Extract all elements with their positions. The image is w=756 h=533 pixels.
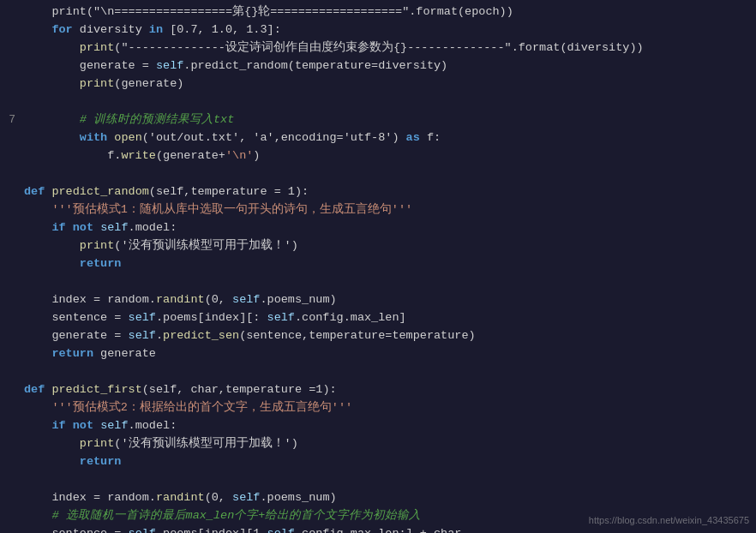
token: .config.max_len:] + char bbox=[295, 527, 461, 533]
token: .model: bbox=[129, 221, 177, 234]
token: ("--------------设定诗词创作自由度约束参数为{}--------… bbox=[114, 41, 643, 54]
line-content: return bbox=[24, 453, 749, 471]
token: return bbox=[80, 455, 122, 468]
code-line: print('没有预训练模型可用于加载！') bbox=[0, 435, 756, 453]
token bbox=[24, 221, 51, 234]
token: if bbox=[51, 419, 65, 432]
token bbox=[66, 221, 73, 234]
line-content: def predict_first(self, char,temperature… bbox=[24, 381, 749, 399]
token bbox=[93, 419, 100, 432]
token: (generate) bbox=[114, 77, 183, 90]
code-line: '''预估模式2：根据给出的首个文字，生成五言绝句''' bbox=[0, 399, 756, 417]
code-line: generate = self.predict_sen(sentence,tem… bbox=[0, 327, 756, 345]
token bbox=[24, 239, 80, 252]
token: .predict_random(temperature=diversity) bbox=[183, 59, 447, 72]
code-line bbox=[0, 471, 756, 489]
token: print bbox=[80, 41, 115, 54]
token: (self,temperature = 1): bbox=[149, 185, 309, 198]
line-content: index = random.randint(0, self.poems_num… bbox=[24, 291, 749, 309]
line-number: 7 bbox=[0, 111, 24, 129]
token: open bbox=[114, 131, 141, 144]
line-content: print('没有预训练模型可用于加载！') bbox=[24, 435, 749, 453]
token: randint bbox=[156, 491, 205, 504]
code-line: if not self.model: bbox=[0, 417, 756, 435]
token: print bbox=[80, 437, 115, 450]
code-line: index = random.randint(0, self.poems_num… bbox=[0, 489, 756, 507]
token: if bbox=[51, 221, 65, 234]
code-line: sentence = self.poems[index][1-self.conf… bbox=[0, 525, 756, 533]
token bbox=[24, 77, 80, 90]
token: .poems_num) bbox=[260, 491, 336, 504]
token: f: bbox=[420, 131, 441, 144]
line-content: # 训练时的预测结果写入txt bbox=[24, 111, 749, 129]
token: self bbox=[100, 221, 128, 234]
line-content: '''预估模式2：根据给出的首个文字，生成五言绝句''' bbox=[24, 399, 749, 417]
token: # 训练时的预测结果写入 bbox=[24, 113, 213, 126]
token bbox=[24, 419, 51, 432]
token bbox=[93, 221, 100, 234]
token: (generate+ bbox=[156, 149, 225, 162]
token: '''预估模式2：根据给出的首个文字，生成五言绝句''' bbox=[24, 401, 352, 414]
token: self bbox=[129, 527, 156, 533]
code-line: index = random.randint(0, self.poems_num… bbox=[0, 291, 756, 309]
token bbox=[24, 41, 80, 54]
token: .poems[index][: bbox=[156, 311, 267, 324]
token: return bbox=[80, 257, 122, 270]
line-content: return generate bbox=[24, 345, 749, 363]
token: def bbox=[24, 383, 45, 396]
line-content: for diversity in [0.7, 1.0, 1.3]: bbox=[24, 21, 749, 39]
token: sentence = bbox=[24, 527, 129, 533]
line-content: print("\n=================第{}轮==========… bbox=[24, 3, 749, 21]
token: write bbox=[121, 149, 156, 162]
code-line: sentence = self.poems[index][: self.conf… bbox=[0, 309, 756, 327]
code-line: return generate bbox=[0, 345, 756, 363]
token: (sentence,temperature=temperature) bbox=[239, 329, 475, 342]
line-content: def predict_random(self,temperature = 1)… bbox=[24, 183, 749, 201]
code-line bbox=[0, 363, 756, 381]
token: index = random. bbox=[24, 293, 156, 306]
code-line: print(generate) bbox=[0, 75, 756, 93]
token: # 选取随机一首诗的最后max_len个字+给出的首个文字作为初始输入 bbox=[24, 509, 421, 522]
token: generate bbox=[93, 347, 156, 360]
token: ) bbox=[253, 149, 260, 162]
code-line: def predict_random(self,temperature = 1)… bbox=[0, 183, 756, 201]
token: . bbox=[156, 329, 163, 342]
line-content: if not self.model: bbox=[24, 417, 749, 435]
line-content: index = random.randint(0, self.poems_num… bbox=[24, 489, 749, 507]
token: diversity bbox=[73, 23, 149, 36]
code-line bbox=[0, 165, 756, 183]
token: txt bbox=[213, 113, 234, 126]
token: (self, char,temperature =1): bbox=[142, 383, 337, 396]
token: self bbox=[129, 311, 156, 324]
token: def bbox=[24, 185, 45, 198]
token: predict_sen bbox=[163, 329, 239, 342]
token: in bbox=[149, 23, 163, 36]
token: (0, bbox=[205, 293, 232, 306]
token: self bbox=[267, 311, 295, 324]
token: (0, bbox=[205, 491, 232, 504]
code-line: generate = self.predict_random(temperatu… bbox=[0, 57, 756, 75]
token bbox=[24, 437, 80, 450]
token: '\n' bbox=[225, 149, 253, 162]
line-content: print("--------------设定诗词创作自由度约束参数为{}---… bbox=[24, 39, 749, 57]
code-line: print("\n=================第{}轮==========… bbox=[0, 3, 756, 21]
token bbox=[66, 419, 73, 432]
token: ('没有预训练模型可用于加载！') bbox=[114, 239, 297, 252]
code-line: return bbox=[0, 255, 756, 273]
code-line bbox=[0, 273, 756, 291]
token bbox=[24, 455, 80, 468]
line-content: return bbox=[24, 255, 749, 273]
code-line: # 选取随机一首诗的最后max_len个字+给出的首个文字作为初始输入 bbox=[0, 507, 756, 525]
token bbox=[24, 257, 80, 270]
token: print bbox=[80, 239, 115, 252]
line-content: generate = self.predict_random(temperatu… bbox=[24, 57, 749, 75]
line-content: print('没有预训练模型可用于加载！') bbox=[24, 237, 749, 255]
token: self bbox=[100, 419, 128, 432]
token: ('没有预训练模型可用于加载！') bbox=[114, 437, 297, 450]
code-line: 7 # 训练时的预测结果写入txt bbox=[0, 111, 756, 129]
token: print bbox=[80, 77, 115, 90]
token bbox=[24, 131, 80, 144]
token: ('out/out.txt', 'a',encoding='utf-8') bbox=[142, 131, 406, 144]
token: '''预估模式1：随机从库中选取一句开头的诗句，生成五言绝句''' bbox=[24, 203, 412, 216]
code-line: for diversity in [0.7, 1.0, 1.3]: bbox=[0, 21, 756, 39]
